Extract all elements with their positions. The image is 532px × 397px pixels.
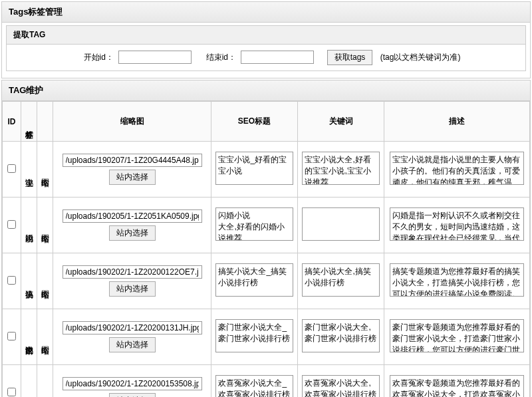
seo-textarea[interactable]: 宝宝小说_好看的宝宝小说 <box>215 152 293 185</box>
thumb-path-input[interactable] <box>63 377 202 390</box>
table-row: 闪婚小说缩略图站内选择闪婚小说 大全,好看的闪婚小说推荐闪婚是指一对刚认识不久或… <box>3 198 530 253</box>
pick-button[interactable]: 站内选择 <box>109 170 156 185</box>
table-header-row: ID 标签 缩略图 SEO标题 关键词 描述 <box>3 102 530 142</box>
maintain-title: TAG维护 <box>2 80 530 101</box>
keywords-textarea[interactable]: 宝宝小说大全,好看的宝宝小说,宝宝小说推荐 <box>302 152 379 185</box>
main-panel: Tags标签管理 提取TAG 开始id： 结束id： 获取tags (tag以文… <box>1 1 531 78</box>
col-thumb: 缩略图 <box>53 102 211 142</box>
extract-hint: (tag以文档关键词为准) <box>380 53 461 62</box>
desc-textarea[interactable]: 搞笑专题频道为您推荐最好看的搞笑小说大全，打造搞笑小说排行榜，您可以方便的进行搞… <box>390 263 524 297</box>
keywords-textarea[interactable] <box>302 207 379 241</box>
desc-textarea[interactable]: 欢喜冤家专题频道为您推荐最好看的欢喜冤家小说大全，打造欢喜冤家小说排行榜，您可以… <box>390 375 524 397</box>
row-checkbox[interactable] <box>7 276 16 285</box>
desc-textarea[interactable]: 闪婚是指一对刚认识不久或者刚交往不久的男女，短时间内迅速结婚，这类现象在现代社会… <box>390 207 524 241</box>
desc-textarea[interactable]: 豪门世家专题频道为您推荐最好看的豪门世家小说大全，打造豪门世家小说排行榜，您可以… <box>390 319 524 352</box>
end-id-label: 结束id： <box>206 53 236 62</box>
col-desc: 描述 <box>384 102 530 142</box>
row-checkbox[interactable] <box>7 332 16 340</box>
pick-button[interactable]: 站内选择 <box>109 337 156 352</box>
keywords-textarea[interactable]: 欢喜冤家小说大全,欢喜冤家小说排行榜 <box>302 375 379 397</box>
page-title: Tags标签管理 <box>2 2 530 23</box>
seo-textarea[interactable]: 豪门世家小说大全_豪门世家小说排行榜 <box>215 319 293 352</box>
start-id-input[interactable] <box>118 51 192 64</box>
tags-table: ID 标签 缩略图 SEO标题 关键词 描述 宝宝小说缩略图站内选择宝宝小说_好… <box>2 101 530 397</box>
col-tag: 标签 <box>21 102 37 142</box>
pick-button[interactable]: 站内选择 <box>109 225 156 241</box>
table-row: 豪门世家小说缩略图站内选择豪门世家小说大全_豪门世家小说排行榜豪门世家小说大全,… <box>3 309 530 365</box>
extract-panel: 提取TAG 开始id： 结束id： 获取tags (tag以文档关键词为准) <box>6 25 526 71</box>
seo-textarea[interactable]: 搞笑小说大全_搞笑小说排行榜 <box>215 263 293 297</box>
end-id-input[interactable] <box>241 51 314 64</box>
row-checkbox[interactable] <box>7 220 16 229</box>
col-thumb-h <box>37 102 53 142</box>
col-keywords: 关键词 <box>298 102 384 142</box>
pick-button[interactable]: 站内选择 <box>109 393 156 397</box>
col-id: ID <box>3 102 21 142</box>
get-tags-button[interactable]: 获取tags <box>327 50 373 65</box>
table-row: 宝宝小说缩略图站内选择宝宝小说_好看的宝宝小说宝宝小说大全,好看的宝宝小说,宝宝… <box>3 142 530 198</box>
maintain-panel: TAG维护 ID 标签 缩略图 SEO标题 关键词 描述 宝宝小说缩略图站内选择… <box>1 80 531 397</box>
thumb-path-input[interactable] <box>63 321 202 334</box>
seo-textarea[interactable]: 欢喜冤家小说大全_欢喜冤家小说排行榜 <box>215 375 293 397</box>
table-row: 搞笑小说缩略图站内选择搞笑小说大全_搞笑小说排行榜搞笑小说大全,搞笑小说排行榜搞… <box>3 253 530 309</box>
extract-title: 提取TAG <box>7 26 525 45</box>
col-seo: SEO标题 <box>211 102 298 142</box>
keywords-textarea[interactable]: 豪门世家小说大全,豪门世家小说排行榜 <box>302 319 379 352</box>
thumb-path-input[interactable] <box>63 209 202 223</box>
keywords-textarea[interactable]: 搞笑小说大全,搞笑小说排行榜 <box>302 263 379 297</box>
extract-form: 开始id： 结束id： 获取tags (tag以文档关键词为准) <box>7 45 525 70</box>
start-id-label: 开始id： <box>84 53 114 62</box>
desc-textarea[interactable]: 宝宝小说就是指小说里的主要人物有小孩子的。他们有的天真活泼，可爱顽皮，他们有的纯… <box>390 152 524 185</box>
thumb-path-input[interactable] <box>63 265 202 279</box>
seo-textarea[interactable]: 闪婚小说 大全,好看的闪婚小说推荐 <box>215 207 293 241</box>
row-checkbox[interactable] <box>7 164 16 173</box>
pick-button[interactable]: 站内选择 <box>109 281 156 297</box>
row-checkbox[interactable] <box>7 388 16 396</box>
thumb-path-input[interactable] <box>63 154 202 167</box>
table-row: 欢喜冤家小缩略图站内选择欢喜冤家小说大全_欢喜冤家小说排行榜欢喜冤家小说大全,欢… <box>3 365 530 398</box>
